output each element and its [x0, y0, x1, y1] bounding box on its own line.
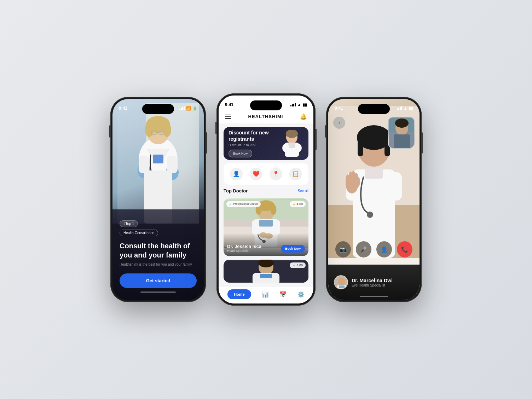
category-health[interactable]: ❤️: [250, 168, 262, 180]
center-status-icons: ▲ ▮▮: [290, 102, 307, 107]
categories-row: 👤 ❤️ 📍 📋: [224, 163, 308, 185]
rating-badge: ★ 4.60: [290, 201, 306, 207]
rsb2: [398, 108, 399, 110]
signal-bar-3: [182, 107, 183, 110]
end-call-button[interactable]: 📞: [397, 241, 412, 258]
doctor-category-icon: 👤: [230, 168, 243, 180]
cb1: [290, 105, 291, 106]
phone-center: 9:41 ▲ ▮▮: [216, 93, 316, 306]
doctor-avatar: [334, 275, 348, 289]
svg-rect-45: [273, 273, 279, 283]
phones-container: 9:41 📶 🔋: [110, 93, 422, 306]
health-category-icon: ❤️: [250, 168, 262, 180]
right-signal-bars: [397, 106, 402, 110]
left-home-indicator: [140, 291, 176, 293]
svg-rect-56: [390, 172, 402, 201]
category-location[interactable]: 📍: [270, 168, 282, 180]
doctor-card-1[interactable]: ✓ Professional Doctor ★ 4.60 Dr. Jessica…: [224, 198, 308, 256]
svg-point-54: [367, 212, 373, 218]
calendar-nav-icon: 📅: [279, 291, 287, 298]
video-toggle-button[interactable]: 📷: [335, 241, 351, 258]
back-arrow-icon: ‹: [339, 120, 340, 126]
doc2-rating-val: 4.80: [296, 264, 303, 267]
doctor-name: Dr. Jessica Isca: [227, 244, 261, 249]
book-now-button[interactable]: Book Now: [281, 245, 305, 253]
nav-stats[interactable]: 📊: [262, 291, 269, 298]
doctor-card-2-image: ✓ Professional Doctor ★ 4.80: [224, 260, 308, 283]
left-bottom-content: #Top 1 Health Consultation Consult the h…: [112, 220, 204, 300]
screen-right-content: 9:41 ▲ ▮▮ ‹: [328, 99, 420, 300]
wifi-icon: 📶: [186, 106, 191, 111]
stats-nav-icon: 📊: [262, 291, 269, 298]
avatar-svg: [335, 276, 348, 289]
category-doctor[interactable]: 👤: [230, 168, 243, 180]
doc2-rating: ★ 4.80: [290, 262, 306, 268]
nav-calendar[interactable]: 📅: [279, 291, 287, 298]
nav-settings[interactable]: ⚙️: [297, 291, 305, 298]
signal-bars: [179, 106, 185, 110]
participant-button[interactable]: 👤: [376, 241, 392, 258]
app-name: HEALTHSHIMI: [248, 114, 283, 119]
phone-left: 9:41 📶 🔋: [110, 97, 206, 302]
left-time: 9:41: [119, 106, 127, 111]
rsb1: [397, 109, 398, 110]
right-time: 9:41: [335, 106, 343, 111]
rating-value: 4.60: [296, 202, 303, 206]
right-wifi-icon: ▲: [404, 106, 407, 110]
doctor-info: Dr. Jessica Isca Heart Specialist: [227, 244, 261, 253]
svg-point-62: [356, 177, 360, 187]
notification-bell-icon[interactable]: 🔔: [300, 113, 307, 120]
settings-nav-icon: ⚙️: [297, 291, 305, 298]
back-button[interactable]: ‹: [333, 117, 345, 129]
phone-center-screen: 9:41 ▲ ▮▮: [219, 96, 313, 303]
svg-rect-22: [288, 143, 295, 148]
center-scroll-content[interactable]: Discount for new registrants Discount up…: [219, 123, 313, 286]
category-records[interactable]: 📋: [289, 168, 302, 180]
menu-line-1: [225, 115, 231, 115]
promo-banner: Discount for new registrants Discount up…: [224, 127, 308, 160]
screen-center-content: 9:41 ▲ ▮▮: [219, 96, 313, 303]
svg-rect-36: [273, 220, 280, 235]
see-all-link[interactable]: See all: [297, 189, 308, 193]
svg-rect-53: [365, 168, 383, 179]
svg-rect-66: [394, 134, 410, 149]
promo-title: Discount for new registrants: [229, 129, 281, 142]
promo-book-button[interactable]: Book Now: [229, 150, 252, 157]
right-status-bar: 9:41 ▲ ▮▮: [328, 99, 420, 114]
mute-button[interactable]: 🎤: [356, 241, 371, 258]
phone-right-screen: 9:41 ▲ ▮▮ ‹: [328, 99, 420, 300]
svg-rect-43: [260, 274, 272, 278]
professional-badge: ✓ Professional Doctor: [226, 201, 261, 207]
left-dynamic-island: [142, 104, 174, 114]
hamburger-menu[interactable]: [225, 115, 231, 119]
svg-point-31: [270, 204, 276, 215]
doctor-card-2[interactable]: ✓ Professional Doctor ★ 4.80: [224, 260, 308, 283]
person-add-icon: 👤: [381, 246, 388, 253]
center-battery-icon: ▮▮: [303, 103, 307, 107]
top-doctor-section-header: Top Doctor See all: [224, 188, 308, 193]
promo-subtitle: Discount up to 20%: [229, 143, 281, 147]
phone-right: 9:41 ▲ ▮▮ ‹: [326, 97, 422, 302]
doc2-star: ★: [293, 264, 295, 267]
star-icon: ★: [293, 202, 295, 206]
cb4: [295, 103, 296, 106]
menu-line-3: [225, 118, 231, 119]
get-started-button[interactable]: Get started: [120, 273, 197, 288]
center-wifi-icon: ▲: [297, 102, 301, 107]
svg-rect-51: [358, 137, 363, 156]
bottom-nav: Home 📊 📅 ⚙️: [219, 286, 313, 303]
svg-rect-71: [339, 285, 345, 288]
doctor-specialty: Heart Specialist: [227, 249, 261, 253]
professional-label: Professional Doctor: [233, 202, 258, 206]
menu-line-2: [225, 116, 231, 117]
promo-text-area: Discount for new registrants Discount up…: [229, 129, 281, 157]
records-category-icon: 📋: [289, 168, 302, 180]
svg-rect-35: [252, 220, 259, 235]
left-status-bar: 9:41 📶 🔋: [112, 99, 204, 114]
nav-home[interactable]: Home: [227, 289, 251, 299]
signal-bar-4: [184, 106, 185, 110]
location-category-icon: 📍: [270, 168, 282, 180]
center-status-bar: 9:41 ▲ ▮▮: [219, 96, 313, 110]
patient-pip-svg: [389, 117, 415, 149]
signal-bar-2: [181, 108, 182, 110]
